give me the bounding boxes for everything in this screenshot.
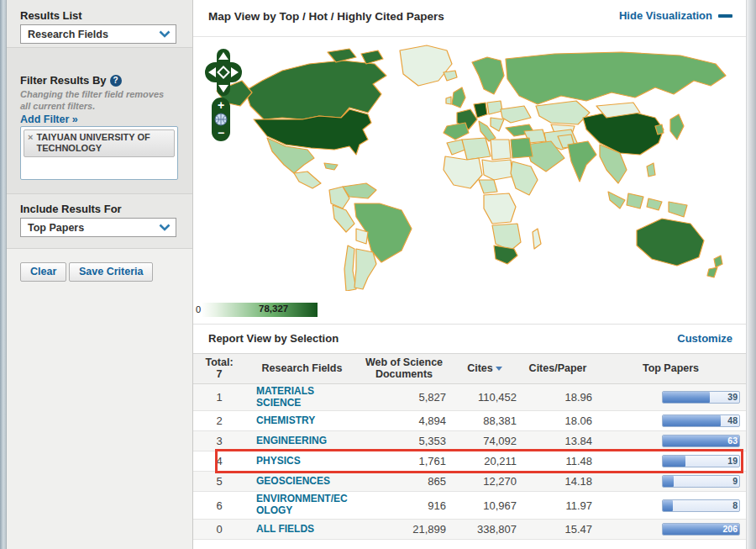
top-papers-bar-fill [663,476,674,487]
top-papers-bar: 63 [662,435,740,447]
table-row: 5 GEOSCIENCES 865 12,270 14.18 9 [193,472,746,492]
table-row: 4 PHYSICS 1,761 20,211 11.48 19 [193,451,746,472]
filter-tag-label: TAIYUAN UNIVERSITY OF TECHNOLOGY [36,132,170,154]
row-cites: 74,092 [449,435,520,447]
row-cites: 20,211 [449,455,520,467]
row-cites: 110,452 [449,391,520,404]
row-cites: 10,967 [449,499,520,512]
table-row: 3 ENGINEERING 5,353 74,092 13.84 63 [193,431,746,451]
row-cites-per-paper: 18.06 [520,414,596,427]
row-wos-documents: 865 [359,475,449,488]
research-field-link[interactable]: ALL FIELDS [245,524,359,536]
top-papers-bar-fill [663,415,721,426]
clear-button[interactable]: Clear [20,262,66,282]
results-list-section: Results List Research Fields [7,0,192,48]
hide-visualization-link[interactable]: Hide Visualization [619,9,712,22]
chevron-down-icon [159,30,171,38]
top-papers-bar: 9 [662,475,740,488]
top-papers-bar-cell: 8 [596,499,746,512]
top-papers-bar-cell: 19 [596,455,746,467]
research-field-link[interactable]: GEOSCIENCES [245,476,359,488]
top-papers-value: 39 [727,392,738,403]
include-results-dropdown-value: Top Papers [28,222,84,234]
help-icon[interactable]: ? [110,75,122,87]
map-pan-control[interactable] [205,49,242,96]
top-papers-bar: 39 [662,391,740,404]
research-field-link[interactable]: CHEMISTRY [245,415,359,427]
filter-tag[interactable]: × TAIYUAN UNIVERSITY OF TECHNOLOGY [24,129,175,157]
chevron-down-icon [159,224,171,231]
row-rank: 1 [193,391,245,404]
map-section: + − 0 78,327 [193,37,746,325]
report-view-header: Report View by Selection Customize [193,325,746,353]
map-view-header: Map View by Top / Hot / Highly Cited Pap… [193,0,746,37]
row-rank: 5 [193,475,245,488]
col-header-cites-sort[interactable]: Cites [449,360,520,377]
top-papers-bar-cell: 48 [596,414,746,427]
vertical-scrollbar[interactable] [746,0,756,549]
row-cites: 88,381 [449,414,520,427]
filter-note: Changing the filter field removes all cu… [20,89,176,113]
include-results-dropdown[interactable]: Top Papers [20,218,176,237]
results-table: Total: 7 Research Fields Web of Science … [193,353,746,540]
top-papers-value: 9 [732,476,738,487]
row-rank: 0 [193,523,245,536]
sidebar: Results List Research Fields Filter Resu… [7,0,193,549]
top-papers-bar-fill [663,500,673,511]
top-papers-bar-cell: 63 [596,435,746,447]
active-filters-box[interactable]: × TAIYUAN UNIVERSITY OF TECHNOLOGY [20,126,178,180]
map-zoom-control[interactable]: + − [212,98,230,141]
top-papers-value: 48 [727,415,738,426]
remove-filter-icon[interactable]: × [28,132,33,154]
research-field-link[interactable]: ENVIRONMENT/ECOLOGY [245,494,359,517]
customize-link[interactable]: Customize [677,332,732,345]
save-criteria-button[interactable]: Save Criteria [69,262,153,282]
top-papers-bar: 8 [662,499,740,512]
research-field-link[interactable]: MATERIALS SCIENCE [245,386,359,409]
table-body: 1 MATERIALS SCIENCE 5,827 110,452 18.96 … [193,384,746,540]
row-wos-documents: 4,894 [359,414,449,427]
world-choropleth-map[interactable] [202,39,739,291]
zoom-out-icon: − [218,126,224,140]
add-filter-link[interactable]: Add Filter » [20,113,78,125]
collapse-minus-icon[interactable] [718,14,732,18]
row-rank: 6 [193,499,245,512]
table-row: 0 ALL FIELDS 21,899 338,807 15.47 206 [193,520,746,540]
scale-min-label: 0 [196,304,201,314]
scale-max-label: 78,327 [259,304,288,314]
sidebar-actions-section: Clear Save Criteria [7,249,192,549]
row-rank: 4 [193,455,245,467]
top-papers-bar: 48 [662,414,740,427]
top-papers-bar-cell: 206 [596,523,746,536]
top-papers-bar-fill [663,392,710,403]
row-wos-documents: 5,827 [359,391,449,404]
table-row: 1 MATERIALS SCIENCE 5,827 110,452 18.96 … [193,384,746,412]
results-list-heading: Results List [20,9,82,22]
results-list-dropdown[interactable]: Research Fields [20,24,176,44]
sort-desc-icon [496,367,502,371]
col-header-top-papers: Top Papers [596,360,746,377]
row-wos-documents: 21,899 [359,523,449,536]
row-cites: 338,807 [449,523,520,536]
results-list-dropdown-value: Research Fields [28,29,108,40]
report-view-title: Report View by Selection [208,332,339,345]
row-wos-documents: 5,353 [359,435,449,447]
top-papers-bar-fill [663,456,685,467]
top-papers-value: 206 [722,524,738,535]
table-row: 2 CHEMISTRY 4,894 88,381 18.06 48 [193,411,746,431]
filter-heading: Filter Results By [20,74,107,87]
top-papers-bar: 19 [662,455,740,467]
research-field-link[interactable]: ENGINEERING [245,436,359,447]
main-panel: Map View by Top / Hot / Highly Cited Pap… [193,0,746,549]
top-papers-bar-cell: 9 [596,475,746,488]
row-wos-documents: 916 [359,499,449,512]
row-cites-per-paper: 14.18 [520,475,596,488]
research-field-link[interactable]: PHYSICS [245,456,359,467]
col-header-research-fields: Research Fields [245,360,359,377]
table-row: 6 ENVIRONMENT/ECOLOGY 916 10,967 11.97 8 [193,492,746,520]
left-splitter[interactable] [0,0,7,549]
include-results-section: Include Results For Top Papers [7,194,192,249]
row-cites-per-paper: 11.48 [520,455,596,467]
row-cites: 12,270 [449,475,520,488]
row-wos-documents: 1,761 [359,455,449,467]
